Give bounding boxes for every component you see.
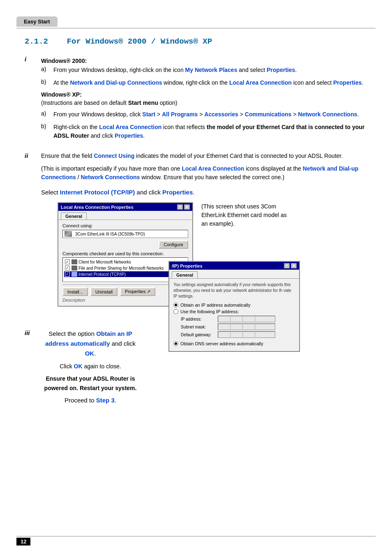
main-content: 2.1.2 For Windows® 2000 / Windows® XP i … [25,37,367,404]
sub-content-a1: From your Windows desktop, right-click o… [53,66,367,74]
gateway-box[interactable] [218,331,275,338]
uninstall-button[interactable]: Uninstall [90,287,118,296]
titlebar-buttons: ? ✕ [177,204,190,210]
dialog-title-local: Local Area Connection Properties [61,205,134,210]
radio-dns-label: Obtain DNS server address automatically [180,341,263,346]
ip-seg2 [231,317,243,321]
radio-manual-ip[interactable]: Use the following IP address: [173,309,295,314]
ip-note: You settings assigned automatically if y… [173,282,295,299]
configure-btn-row: Configure [62,240,188,249]
dialog-caption: (This screen shot uses 3Com EtherLink Et… [201,202,292,228]
ip-addr-row: IP address: [181,316,295,322]
winxp-heading: Windows® XP: [41,91,367,98]
right-column: (This screen shot uses 3Com EtherLink Et… [201,202,333,319]
item-ii-label: ii [25,152,41,159]
sub-label-b1: b) [41,79,53,85]
subnet-row: Subnet mask: [181,324,295,330]
ip-seg3 [244,317,255,321]
header-tab: Easy Start [16,16,58,27]
adapter-name-text: 3Com EtherLink III ISA (3C509b-TPO) [75,232,145,236]
dialog-tabs-ip: General [169,270,299,279]
radio-manual-label: Use the following IP address: [180,309,239,314]
subnet-box[interactable] [218,324,275,330]
bottom-line [16,536,376,536]
dialog-title-ip: /IP) Properties [172,263,203,268]
gateway-row: Default gateway: [181,331,295,338]
subnet-label: Subnet mask: [181,325,218,329]
sub-item-a2: a) From your Windows desktop, click Star… [41,110,367,119]
dialog-tabs-local: General [58,211,192,220]
screenshots-area: Local Area Connection Properties ? ✕ Gen… [58,202,367,319]
iii-left-text: Select the option Obtain an IP address a… [41,329,140,404]
click-ok-text: Click OK again to close. [41,362,140,371]
connect-using-label: Connect using: [62,223,188,228]
gateway-dots [218,331,256,338]
win2000-heading: Windows® 2000: [41,58,367,64]
adapter-name-box: 3Com EtherLink III ISA (3C509b-TPO) [62,230,188,238]
tab-general-local[interactable]: General [61,213,87,220]
ii-para2: (This is important especially if you hav… [41,164,367,182]
ip-titlebar-buttons: ? ✕ [284,263,297,268]
gateway-label: Default gateway: [181,333,218,337]
select-line: Select Internet Protocol (TCP/IP) and cl… [41,187,367,197]
radio-dns-icon [173,341,178,346]
install-button[interactable]: Install... [62,287,88,296]
ip-addr-label: IP address: [181,317,218,321]
configure-button[interactable]: Configure [159,240,188,249]
ip-help-btn[interactable]: ? [284,263,290,268]
subnet-dots [218,324,256,330]
sub-label-b2: b) [41,123,53,129]
radio-auto-label: Obtain an IP address automatically [180,303,250,307]
winxp-note: (Instructions are based on default Start… [41,99,367,106]
section-heading: 2.1.2 For Windows® 2000 / Windows® XP [25,37,367,46]
component-client-label: Client for Microsoft Networks [78,260,131,264]
iii-main-text: Select the option Obtain an IP address a… [41,329,140,358]
ip-seg1 [219,317,231,321]
sub-content-b1: At the Network and Dial-up Connections w… [53,79,367,87]
ip-addr-dots [218,316,256,322]
sub-item-a1: a) From your Windows desktop, right-clic… [41,66,367,74]
subnet-seg2 [231,324,243,329]
dialog-titlebar-ip: /IP) Properties ? ✕ [169,262,299,270]
page-number: 12 [16,538,30,545]
radio-auto-icon [173,303,178,307]
sub-item-b1: b) At the Network and Dial-up Connection… [41,79,367,87]
close-btn[interactable]: ✕ [184,204,190,210]
checkbox-tcp[interactable] [65,272,70,277]
step3-text: Proceed to Step 3. [41,397,140,404]
item-i-label: i [25,55,41,62]
ip-field-group: IP address: [181,316,295,338]
component-tcp-label: Internet Protocol (TCP/IP) [78,272,126,277]
ip-addr-box[interactable] [218,316,275,322]
tab-general-ip[interactable]: General [172,271,198,278]
ensure-text: Ensure that your ADSL Router is powered … [41,374,140,393]
item-i: i Windows® 2000: a) From your Windows de… [25,55,367,144]
checkbox-share[interactable] [65,266,70,270]
subnet-seg1 [219,324,231,329]
subnet-seg3 [244,324,255,329]
item-i-content: Windows® 2000: a) From your Windows desk… [41,55,367,144]
components-label: Components checked are used by this conn… [62,251,188,256]
ii-para1: Ensure that the field Connect Using indi… [41,152,367,160]
ip-close-btn[interactable]: ✕ [291,263,297,268]
header-line [16,28,376,28]
dialog-titlebar-local: Local Area Connection Properties ? ✕ [58,203,192,211]
item-ii-content: Ensure that the field Connect Using indi… [41,152,367,319]
gateway-seg2 [231,332,243,337]
ip-properties-dialog: /IP) Properties ? ✕ General [168,261,300,352]
radio-auto-ip[interactable]: Obtain an IP address automatically [173,303,295,307]
header-tab-label: Easy Start [24,18,50,25]
sub-label-a1: a) [41,66,53,72]
properties-button[interactable]: Properties ↗ [120,287,155,296]
radio-dns-auto[interactable]: Obtain DNS server address automatically [173,341,295,346]
ip-body: You settings assigned automatically if y… [169,279,299,351]
checkbox-client[interactable] [65,259,70,264]
help-btn[interactable]: ? [177,204,183,210]
item-ii: ii Ensure that the field Connect Using i… [25,152,367,319]
radio-manual-icon [173,309,178,314]
sub-content-a2: From your Windows desktop, click Start >… [53,110,367,119]
component-share-label: File and Printer Sharing for Microsoft N… [78,266,164,270]
gateway-seg3 [244,332,255,337]
gateway-seg1 [219,332,231,337]
sub-item-b2: b) Right-click on the Local Area Connect… [41,123,367,140]
